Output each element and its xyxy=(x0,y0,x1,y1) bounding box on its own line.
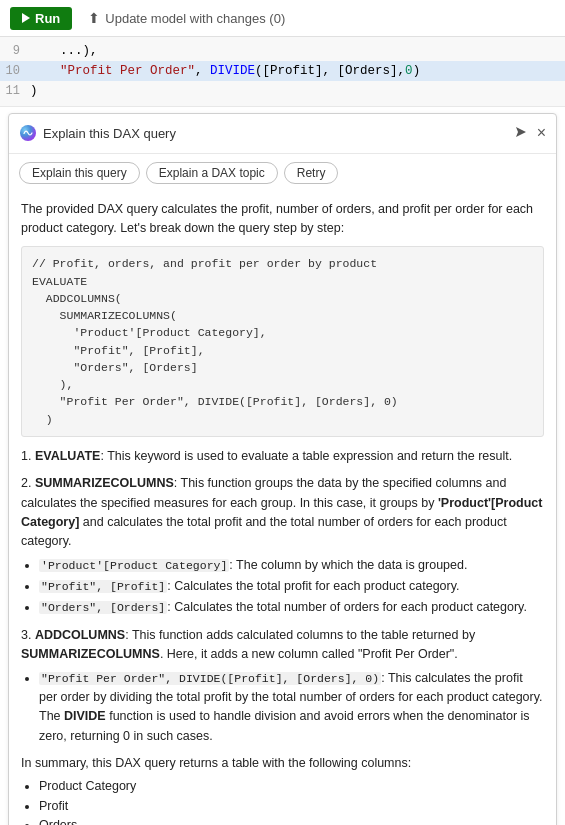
ai-panel: Explain this DAX query × Explain this qu… xyxy=(8,113,557,825)
ai-content: The provided DAX query calculates the pr… xyxy=(9,192,556,825)
action-buttons-row: Explain this query Explain a DAX topic R… xyxy=(9,154,556,192)
summary-item-3: Orders xyxy=(39,816,544,825)
product-category-ref: 'Product'[Product Category] xyxy=(21,496,542,529)
ai-panel-title: Explain this DAX query xyxy=(43,126,505,141)
toolbar: Run ⬆ Update model with changes (0) xyxy=(0,0,565,37)
line-number-11: 11 xyxy=(0,82,30,101)
close-button[interactable]: × xyxy=(537,125,546,141)
code-block: // Profit, orders, and profit per order … xyxy=(21,246,544,437)
line-number-10: 10 xyxy=(0,62,30,81)
addcolumns-bullets: "Profit Per Order", DIVIDE([Profit], [Or… xyxy=(39,669,544,747)
summarize-keyword: SUMMARIZECOLUMNS xyxy=(35,476,174,490)
summary-list: Product Category Profit Orders Profit Pe… xyxy=(39,777,544,825)
run-button[interactable]: Run xyxy=(10,7,72,30)
summarize-bullet-1: 'Product'[Product Category]: The column … xyxy=(39,556,544,575)
explanation-addcolumns: 3. ADDCOLUMNS: This function adds calcul… xyxy=(21,626,544,746)
intro-text: The provided DAX query calculates the pr… xyxy=(21,200,544,239)
run-label: Run xyxy=(35,11,60,26)
summary-item-2: Profit xyxy=(39,797,544,816)
code-line-10: 10 "Profit Per Order", DIVIDE([Profit], … xyxy=(0,61,565,81)
code-line-9: 9 ...), xyxy=(0,41,565,61)
explain-topic-button[interactable]: Explain a DAX topic xyxy=(146,162,278,184)
ai-panel-header: Explain this DAX query × xyxy=(9,114,556,154)
summarize-bullets: 'Product'[Product Category]: The column … xyxy=(39,556,544,618)
code-content-11: ) xyxy=(30,81,565,101)
summarize-ref: SUMMARIZECOLUMNS xyxy=(21,647,160,661)
code-content-9: ...), xyxy=(30,41,565,61)
addcolumns-keyword: ADDCOLUMNS xyxy=(35,628,125,642)
summary-item-1: Product Category xyxy=(39,777,544,796)
retry-button[interactable]: Retry xyxy=(284,162,339,184)
update-label: Update model with changes (0) xyxy=(105,11,285,26)
code-content-10: "Profit Per Order", DIVIDE([Profit], [Or… xyxy=(30,61,565,81)
send-button[interactable] xyxy=(511,122,531,145)
addcolumns-bullet-1: "Profit Per Order", DIVIDE([Profit], [Or… xyxy=(39,669,544,747)
send-icon xyxy=(513,124,529,140)
update-model-button[interactable]: ⬆ Update model with changes (0) xyxy=(80,6,293,30)
ai-logo-icon xyxy=(19,124,37,142)
upload-icon: ⬆ xyxy=(88,10,100,26)
summary-intro: In summary, this DAX query returns a tab… xyxy=(21,754,544,773)
explanation-evaluate: 1. EVALUATE: This keyword is used to eva… xyxy=(21,447,544,466)
code-line-11: 11 ) xyxy=(0,81,565,101)
divide-keyword-ref: DIVIDE xyxy=(64,709,106,723)
play-icon xyxy=(22,13,30,23)
code-editor: 9 ...), 10 "Profit Per Order", DIVIDE([P… xyxy=(0,37,565,107)
summarize-bullet-3: "Orders", [Orders]: Calculates the total… xyxy=(39,598,544,617)
line-number-9: 9 xyxy=(0,42,30,61)
explain-query-button[interactable]: Explain this query xyxy=(19,162,140,184)
eval-keyword: EVALUATE xyxy=(35,449,101,463)
explanation-summarizecolumns: 2. SUMMARIZECOLUMNS: This function group… xyxy=(21,474,544,618)
summarize-bullet-2: "Profit", [Profit]: Calculates the total… xyxy=(39,577,544,596)
